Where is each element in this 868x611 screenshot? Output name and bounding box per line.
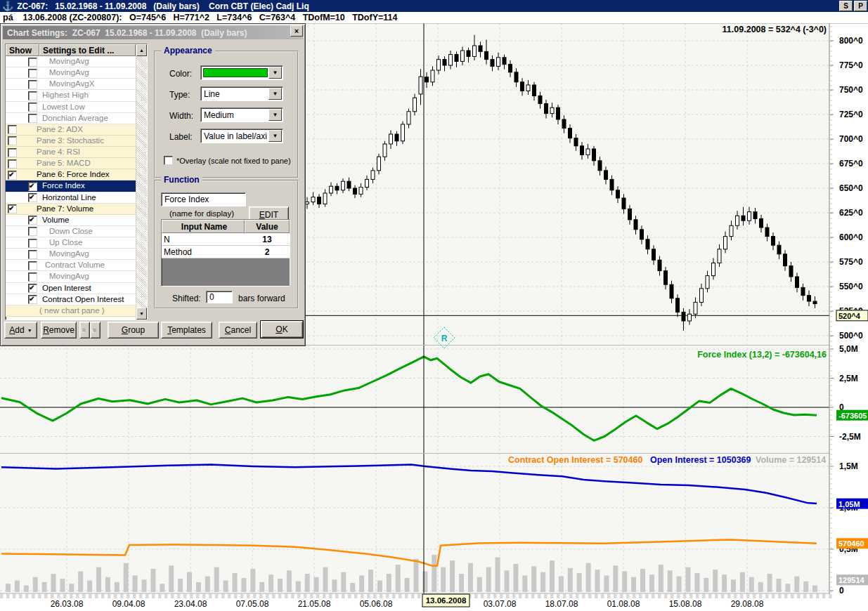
app-anchor-icon: ⚓: [2, 1, 13, 11]
label-combobox[interactable]: Value in label/axi ▼: [200, 129, 283, 143]
remove-button[interactable]: Remove: [41, 322, 77, 339]
row-checkbox[interactable]: [28, 58, 37, 67]
param-row-method[interactable]: Method 2: [162, 246, 290, 258]
chevron-down-icon[interactable]: ▼: [268, 130, 282, 142]
row-checkbox[interactable]: ✔: [28, 284, 37, 293]
shifted-input[interactable]: 0: [206, 291, 233, 303]
chevron-down-icon[interactable]: ▼: [268, 67, 282, 79]
row-label: ( new chart pane ): [39, 306, 105, 316]
row-checkbox[interactable]: [28, 250, 37, 259]
overlay-checkbox[interactable]: [164, 156, 173, 165]
settings-list-row[interactable]: MovingAvg: [6, 271, 136, 282]
settings-list-row[interactable]: Highest High: [6, 90, 136, 101]
move-down-button[interactable]: »: [90, 322, 101, 339]
ok-button[interactable]: OK: [261, 321, 303, 338]
row-label: Pane 3: Stochastic: [37, 136, 104, 146]
settings-list-row[interactable]: Up Close: [6, 237, 136, 249]
settings-list-row[interactable]: Donchian Average: [6, 113, 136, 124]
move-up-button[interactable]: «: [79, 322, 90, 339]
shifted-suffix: bars forward: [238, 294, 285, 303]
settings-list-row[interactable]: Pane 3: Stochastic: [6, 136, 136, 147]
dialog-title-bar[interactable]: Chart Settings: ZC-067 15.02.1968 - 11.0…: [3, 26, 303, 39]
scroll-up-icon[interactable]: ▲: [136, 44, 147, 56]
row-checkbox[interactable]: [8, 159, 17, 169]
scrollbar-track[interactable]: [136, 56, 147, 308]
param-row-n[interactable]: N 13: [162, 233, 290, 246]
settings-list-row[interactable]: ✔Contract Open Interest: [6, 294, 136, 306]
row-checkbox[interactable]: [28, 227, 37, 236]
row-label: Pane 5: MACD: [37, 158, 91, 169]
settings-list-row[interactable]: Pane 4: RSI: [6, 147, 136, 158]
settings-list-row[interactable]: MovingAvg: [6, 67, 136, 79]
settings-list-row[interactable]: Contract Volume: [6, 260, 136, 271]
settings-list-row[interactable]: ( new chart pane ): [6, 306, 136, 317]
row-label: MovingAvg: [49, 271, 89, 282]
group-button[interactable]: Group: [108, 322, 159, 339]
row-checkbox[interactable]: [28, 91, 37, 100]
settings-list: Show Settings to Edit ... MovingAvgMovin…: [5, 44, 148, 320]
add-button[interactable]: Add ▼: [4, 322, 37, 339]
scroll-down-icon[interactable]: ▼: [136, 308, 147, 320]
type-value: Line: [204, 89, 220, 99]
titlebar-button-s[interactable]: S: [839, 1, 853, 11]
column-header-show[interactable]: Show: [6, 44, 39, 56]
row-checkbox[interactable]: [28, 69, 37, 78]
close-icon[interactable]: ×: [290, 25, 303, 37]
settings-list-row[interactable]: MovingAvgX: [6, 79, 136, 90]
settings-list-row[interactable]: ✔Force Index: [6, 180, 136, 192]
function-name-input[interactable]: Force Index: [161, 192, 246, 206]
settings-list-row[interactable]: MovingAvg: [6, 56, 136, 67]
settings-list-row[interactable]: ✔Pane 7: Volume: [6, 204, 136, 215]
row-checkbox[interactable]: ✔: [8, 171, 17, 180]
row-label: MovingAvg: [49, 67, 89, 78]
row-checkbox[interactable]: [8, 148, 17, 157]
row-checkbox[interactable]: [8, 136, 17, 145]
row-checkbox[interactable]: ✔: [28, 295, 37, 304]
settings-list-row[interactable]: Down Close: [6, 226, 136, 237]
row-checkbox[interactable]: [28, 272, 37, 282]
group-button-label: Group: [122, 325, 145, 335]
dialog-title: Chart Settings: ZC-067 15.02.1968 - 11.0…: [7, 28, 247, 38]
axis-label: 675^0: [839, 159, 863, 169]
row-label: MovingAvgX: [49, 79, 94, 89]
templates-button[interactable]: Templates: [161, 322, 212, 339]
width-combobox[interactable]: Medium ▼: [200, 107, 283, 122]
row-checkbox[interactable]: ✔: [8, 204, 17, 213]
axis-label: 07.05.08: [236, 599, 269, 609]
axis-label: 775^0: [839, 60, 863, 70]
row-checkbox[interactable]: [28, 80, 37, 89]
row-checkbox[interactable]: [28, 114, 37, 123]
column-header-settings[interactable]: Settings to Edit ...: [39, 44, 136, 56]
titlebar-button-p[interactable]: P: [854, 1, 867, 11]
price-axis-ticks: [830, 27, 834, 592]
row-label: Contract Open Interest: [42, 294, 124, 305]
settings-list-row[interactable]: Pane 2: ADX: [6, 124, 136, 136]
settings-list-row[interactable]: ✔Horizontal Line: [6, 192, 136, 204]
type-combobox[interactable]: Line ▼: [200, 86, 283, 101]
cancel-button[interactable]: Cancel: [219, 322, 257, 339]
chevron-down-icon[interactable]: ▼: [268, 88, 282, 100]
axis-label: 600^0: [839, 232, 863, 242]
width-label: Width:: [169, 111, 193, 121]
row-checkbox[interactable]: [8, 125, 17, 134]
settings-list-row[interactable]: Pane 5: MACD: [6, 158, 136, 169]
check-icon: ✔: [29, 282, 34, 293]
settings-list-row[interactable]: ✔Volume: [6, 215, 136, 226]
row-checkbox[interactable]: [28, 261, 37, 270]
row-label: Up Close: [49, 237, 82, 248]
row-checkbox[interactable]: [28, 239, 37, 248]
settings-list-row[interactable]: Lowest Low: [6, 102, 136, 113]
row-checkbox[interactable]: ✔: [28, 193, 37, 202]
row-checkbox[interactable]: ✔: [28, 216, 37, 225]
force-index-pane-label: Force Index (13,2) = -673604,16: [697, 350, 827, 360]
settings-list-row[interactable]: ✔Pane 6: Force Index: [6, 169, 136, 180]
row-label: MovingAvg: [49, 249, 89, 259]
row-label: Highest High: [42, 90, 89, 100]
list-scrollbar[interactable]: ▲ ▼: [136, 44, 147, 320]
color-combobox[interactable]: ▼: [200, 65, 283, 80]
settings-list-row[interactable]: MovingAvg: [6, 249, 136, 260]
row-checkbox[interactable]: ✔: [28, 182, 37, 191]
row-checkbox[interactable]: [28, 103, 37, 112]
chevron-down-icon[interactable]: ▼: [268, 109, 282, 121]
settings-list-row[interactable]: ✔Open Interest: [6, 283, 136, 294]
